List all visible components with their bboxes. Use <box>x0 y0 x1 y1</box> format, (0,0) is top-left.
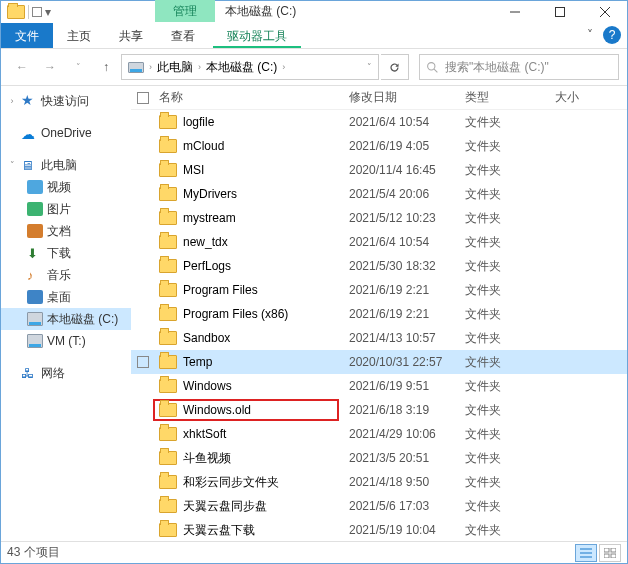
tree-network[interactable]: 🖧 网络 <box>1 362 131 384</box>
row-checkbox[interactable] <box>137 164 159 176</box>
table-row[interactable]: Windows.old2021/6/18 3:19文件夹 <box>131 398 627 422</box>
table-row[interactable]: new_tdx2021/6/4 10:54文件夹 <box>131 230 627 254</box>
close-button[interactable] <box>582 1 627 23</box>
chevron-right-icon[interactable]: › <box>7 96 17 106</box>
row-checkbox[interactable] <box>137 308 159 320</box>
row-checkbox[interactable] <box>137 476 159 488</box>
folder-icon <box>159 427 177 441</box>
table-row[interactable]: MSI2020/11/4 16:45文件夹 <box>131 158 627 182</box>
tree-desktop[interactable]: 桌面 <box>1 286 131 308</box>
navigation-pane[interactable]: › ★ 快速访问 ☁ OneDrive ˅ 🖥 此电脑 视频 图片 文档 <box>1 86 131 541</box>
tab-share[interactable]: 共享 <box>105 23 157 48</box>
tree-onedrive[interactable]: ☁ OneDrive <box>1 122 131 144</box>
row-checkbox[interactable] <box>137 284 159 296</box>
cell-type: 文件夹 <box>465 258 555 275</box>
table-row[interactable]: PerfLogs2021/5/30 18:32文件夹 <box>131 254 627 278</box>
ribbon-expand-icon[interactable]: ˅ <box>577 23 603 48</box>
table-row[interactable]: Program Files2021/6/19 2:21文件夹 <box>131 278 627 302</box>
table-row[interactable]: 天翼云盘下载2021/5/19 10:04文件夹 <box>131 518 627 541</box>
divider <box>28 5 29 19</box>
table-row[interactable]: Temp2020/10/31 22:57文件夹 <box>131 350 627 374</box>
column-name[interactable]: 名称 <box>159 89 349 106</box>
row-checkbox[interactable] <box>137 140 159 152</box>
tree-documents[interactable]: 文档 <box>1 220 131 242</box>
row-checkbox[interactable] <box>137 380 159 392</box>
folder-icon[interactable] <box>7 5 25 19</box>
row-checkbox[interactable] <box>137 236 159 248</box>
folder-icon <box>159 451 177 465</box>
column-headers: 名称 修改日期 类型 大小 <box>131 86 627 110</box>
up-button[interactable]: ↑ <box>93 54 119 80</box>
qat-dropdown-icon[interactable]: ▾ <box>45 5 51 19</box>
tree-videos[interactable]: 视频 <box>1 176 131 198</box>
chevron-right-icon[interactable]: › <box>282 62 285 72</box>
row-checkbox[interactable] <box>137 260 159 272</box>
table-row[interactable]: Windows2021/6/19 9:51文件夹 <box>131 374 627 398</box>
table-row[interactable]: 天翼云盘同步盘2021/5/6 17:03文件夹 <box>131 494 627 518</box>
column-check[interactable] <box>137 92 159 104</box>
icons-view-button[interactable] <box>599 544 621 562</box>
table-row[interactable]: Sandbox2021/4/13 10:57文件夹 <box>131 326 627 350</box>
tree-drive-t[interactable]: VM (T:) <box>1 330 131 352</box>
tree-drive-c[interactable]: 本地磁盘 (C:) <box>1 308 131 330</box>
tree-music[interactable]: ♪ 音乐 <box>1 264 131 286</box>
row-checkbox[interactable] <box>137 428 159 440</box>
cell-name: 和彩云同步文件夹 <box>159 474 349 491</box>
table-row[interactable]: xhktSoft2021/4/29 10:06文件夹 <box>131 422 627 446</box>
tab-drive-tools[interactable]: 驱动器工具 <box>213 23 301 48</box>
recent-button[interactable]: ˅ <box>65 54 91 80</box>
breadcrumb-current[interactable]: 本地磁盘 (C:) <box>206 59 277 76</box>
folder-icon <box>159 475 177 489</box>
tab-home[interactable]: 主页 <box>53 23 105 48</box>
tree-label: 快速访问 <box>41 93 89 110</box>
column-type[interactable]: 类型 <box>465 89 555 106</box>
address-box[interactable]: › 此电脑 › 本地磁盘 (C:) › ˅ <box>121 54 379 80</box>
table-row[interactable]: Program Files (x86)2021/6/19 2:21文件夹 <box>131 302 627 326</box>
row-checkbox[interactable] <box>137 212 159 224</box>
refresh-button[interactable] <box>381 54 409 80</box>
table-row[interactable]: mystream2021/5/12 10:23文件夹 <box>131 206 627 230</box>
chevron-down-icon[interactable]: ˅ <box>7 160 17 170</box>
file-rows[interactable]: logfile2021/6/4 10:54文件夹mCloud2021/6/19 … <box>131 110 627 541</box>
cell-name: mCloud <box>159 139 349 153</box>
tab-view[interactable]: 查看 <box>157 23 209 48</box>
row-checkbox[interactable] <box>137 452 159 464</box>
row-checkbox[interactable] <box>137 188 159 200</box>
help-icon[interactable]: ? <box>603 26 621 44</box>
row-checkbox[interactable] <box>137 524 159 536</box>
maximize-button[interactable] <box>537 1 582 23</box>
search-box[interactable]: 搜索"本地磁盘 (C:)" <box>419 54 619 80</box>
tree-downloads[interactable]: ⬇ 下载 <box>1 242 131 264</box>
cell-type: 文件夹 <box>465 234 555 251</box>
cell-type: 文件夹 <box>465 378 555 395</box>
tree-label: 视频 <box>47 179 71 196</box>
cell-date: 2021/6/19 2:21 <box>349 307 465 321</box>
chevron-right-icon[interactable]: › <box>149 62 152 72</box>
row-checkbox[interactable] <box>137 500 159 512</box>
tree-label: 文档 <box>47 223 71 240</box>
checkbox-icon[interactable] <box>32 7 42 17</box>
row-checkbox[interactable] <box>137 116 159 128</box>
table-row[interactable]: 斗鱼视频2021/3/5 20:51文件夹 <box>131 446 627 470</box>
chevron-right-icon[interactable]: › <box>198 62 201 72</box>
details-view-button[interactable] <box>575 544 597 562</box>
tree-this-pc[interactable]: ˅ 🖥 此电脑 <box>1 154 131 176</box>
tree-quick-access[interactable]: › ★ 快速访问 <box>1 90 131 112</box>
minimize-button[interactable] <box>492 1 537 23</box>
tree-pictures[interactable]: 图片 <box>1 198 131 220</box>
file-tab[interactable]: 文件 <box>1 23 53 48</box>
table-row[interactable]: mCloud2021/6/19 4:05文件夹 <box>131 134 627 158</box>
back-button[interactable]: ← <box>9 54 35 80</box>
breadcrumb-this-pc[interactable]: 此电脑 <box>157 59 193 76</box>
table-row[interactable]: logfile2021/6/4 10:54文件夹 <box>131 110 627 134</box>
column-size[interactable]: 大小 <box>555 89 627 106</box>
music-icon: ♪ <box>27 268 43 282</box>
forward-button[interactable]: → <box>37 54 63 80</box>
column-date[interactable]: 修改日期 <box>349 89 465 106</box>
table-row[interactable]: 和彩云同步文件夹2021/4/18 9:50文件夹 <box>131 470 627 494</box>
row-checkbox[interactable] <box>137 332 159 344</box>
cell-date: 2021/5/6 17:03 <box>349 499 465 513</box>
row-checkbox[interactable] <box>137 356 159 368</box>
chevron-down-icon[interactable]: ˅ <box>367 62 372 72</box>
table-row[interactable]: MyDrivers2021/5/4 20:06文件夹 <box>131 182 627 206</box>
